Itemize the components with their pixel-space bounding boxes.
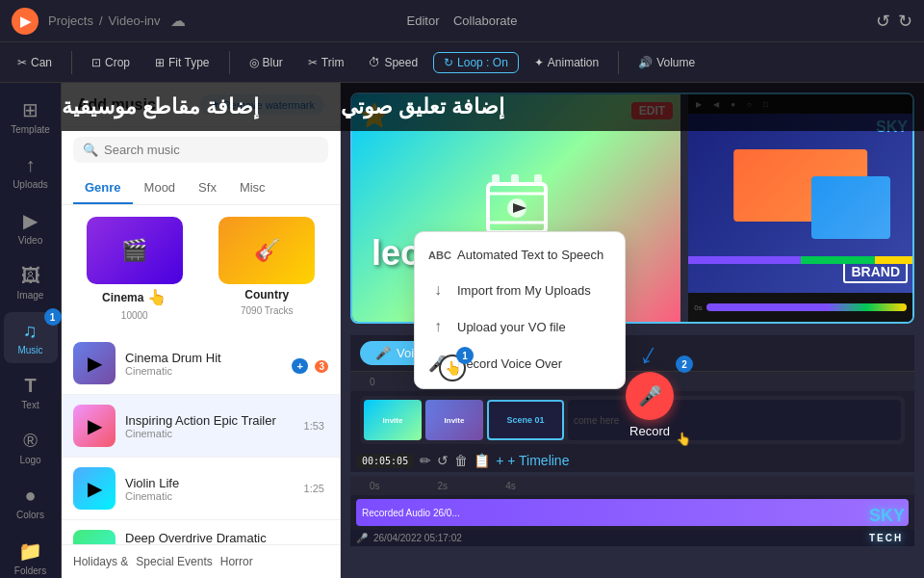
track-item-4[interactable]: ▶ Deep Overdrive Dramatic Trailer Hit...… bbox=[62, 520, 340, 544]
add-timeline-button[interactable]: + + Timeline bbox=[496, 453, 569, 468]
edit-timestamp-btn[interactable]: ✏ bbox=[420, 453, 431, 468]
tab-mood[interactable]: Mood bbox=[133, 172, 188, 204]
bottom-tags: Holidays & Special Events Horror bbox=[62, 544, 340, 578]
timestamp-bar: 00:05:05 ✏ ↺ 🗑 📋 + + Timeline bbox=[350, 449, 914, 472]
blur-icon: ◎ bbox=[249, 56, 259, 69]
crop-button[interactable]: ⊡ Crop bbox=[82, 52, 140, 73]
left-sidebar: ⊞ Template ↑ Uploads ▶ Video 🖼 Image ♫ M… bbox=[0, 83, 62, 578]
volume-button[interactable]: 🔊 Volume bbox=[629, 52, 705, 73]
ruler2-0: 0s bbox=[370, 481, 380, 491]
strip-green bbox=[801, 256, 876, 264]
sidebar-item-uploads[interactable]: ↑ Uploads bbox=[4, 146, 58, 197]
step-badge-1: 1 bbox=[44, 308, 62, 326]
track-info-3: Violin Life Cinematic bbox=[125, 476, 295, 502]
vo-menu-tts[interactable]: ABC Automated Text to Speech bbox=[415, 238, 625, 272]
track-item-1[interactable]: ▶ Cinema Drum Hit Cinematic + 3 bbox=[62, 332, 340, 395]
genre-count-cinema: 10000 bbox=[121, 310, 148, 321]
text-icon: T bbox=[24, 375, 36, 397]
date-label: 26/04/2022 05:17:02 bbox=[373, 533, 462, 543]
speed-icon: ⏱ bbox=[369, 56, 380, 69]
animation-button[interactable]: ✦ Animation bbox=[525, 52, 608, 73]
genre-grid: 🎬 Cinema 👆 10000 🎸 Country 7090 Tracks bbox=[62, 205, 340, 332]
vo-menu-import[interactable]: ↓ Import from My Uploads bbox=[415, 272, 625, 308]
genre-card-country[interactable]: 🎸 Country 7090 Tracks bbox=[206, 217, 329, 321]
image-icon: 🖼 bbox=[21, 265, 40, 287]
sidebar-label-template: Template bbox=[11, 124, 50, 135]
sidebar-item-text[interactable]: T Text bbox=[4, 367, 58, 418]
delete-timeline-btn[interactable]: 🗑 bbox=[454, 453, 468, 468]
tab-misc[interactable]: Misc bbox=[228, 172, 277, 204]
colors-icon: ● bbox=[24, 485, 36, 507]
step-3-badge: 3 bbox=[315, 360, 328, 373]
record-button[interactable]: 🎤 bbox=[626, 372, 674, 420]
track-info-4: Deep Overdrive Dramatic Trailer Hit... C… bbox=[125, 531, 295, 544]
genre-name-cinema: Cinema bbox=[102, 291, 143, 304]
sidebar-label-video: Video bbox=[18, 235, 42, 246]
track-thumb-2: ▶ bbox=[73, 405, 116, 447]
undo-button[interactable]: ↺ bbox=[876, 11, 890, 32]
folders-icon: 📁 bbox=[18, 539, 42, 563]
tag-horror[interactable]: Horror bbox=[220, 555, 253, 568]
ruler-mark-0: 0 bbox=[370, 377, 375, 387]
sidebar-item-image[interactable]: 🖼 Image bbox=[4, 257, 58, 308]
step-2-badge: 2 bbox=[676, 355, 693, 373]
loop-button[interactable]: ↻ Loop : On bbox=[433, 52, 519, 73]
track-thumb-3: ▶ bbox=[73, 467, 116, 510]
strip-purple bbox=[688, 256, 800, 264]
search-input[interactable] bbox=[104, 143, 319, 157]
blur-button[interactable]: ◎ Blur bbox=[240, 52, 293, 73]
trim-icon: ✂ bbox=[308, 56, 318, 69]
track-item-2[interactable]: ▶ Inspiring Action Epic Trailer Cinemati… bbox=[62, 395, 340, 458]
sidebar-item-template[interactable]: ⊞ Template bbox=[4, 91, 58, 143]
sidebar-item-colors[interactable]: ● Colors bbox=[4, 477, 58, 528]
sidebar-label-uploads: Uploads bbox=[13, 179, 48, 190]
scene-clip-2: Invite bbox=[425, 400, 483, 440]
tag-special[interactable]: Special Events bbox=[136, 555, 212, 568]
nav-file[interactable]: Video-inv bbox=[109, 13, 161, 28]
template-icon: ⊞ bbox=[22, 98, 38, 121]
redo-button[interactable]: ↻ bbox=[898, 11, 912, 32]
genre-card-cinema[interactable]: 🎬 Cinema 👆 10000 bbox=[73, 217, 196, 321]
trim-button[interactable]: ✂ Trim bbox=[298, 52, 354, 73]
sidebar-item-music[interactable]: ♫ Music 1 bbox=[4, 312, 58, 363]
track-sub-3: Cinematic bbox=[125, 490, 295, 502]
track-name-2: Inspiring Action Epic Trailer bbox=[125, 413, 295, 428]
genre-tabs: Genre Mood Sfx Misc bbox=[62, 172, 340, 205]
sidebar-item-logo[interactable]: ® Logo bbox=[4, 422, 58, 473]
can-crop-button[interactable]: ✂ Can bbox=[8, 52, 62, 73]
cursor-step1-area: 👆 1 bbox=[439, 355, 466, 381]
search-icon: 🔍 bbox=[83, 143, 98, 157]
audio-track-row: Recorded Audio 26/0... bbox=[350, 495, 914, 530]
track-item-3[interactable]: ▶ Violin Life Cinematic 1:25 bbox=[62, 458, 340, 520]
track-add-button-1[interactable]: + 3 bbox=[292, 353, 328, 375]
fit-type-button[interactable]: ⊞ Fit Type bbox=[145, 52, 218, 73]
cursor-hand-1: 👆 bbox=[147, 288, 167, 306]
tag-holidays[interactable]: Holidays & bbox=[73, 555, 128, 568]
vo-menu-upload[interactable]: ↑ Upload your VO file bbox=[415, 308, 625, 345]
track-sub-2: Cinematic bbox=[125, 428, 295, 439]
sidebar-item-video[interactable]: ▶ Video bbox=[4, 201, 58, 253]
loop-icon: ↻ bbox=[444, 56, 453, 69]
volume-icon: 🔊 bbox=[638, 56, 653, 69]
upload-icon: ↑ bbox=[428, 318, 448, 335]
speed-button[interactable]: ⏱ Speed bbox=[359, 52, 427, 73]
music-panel: Add music ★ Remove watermark 🔍 Genre Moo… bbox=[62, 83, 341, 578]
mic-icon-small: 🎤 bbox=[356, 533, 368, 543]
toolbar: ✂ Can ⊡ Crop ⊞ Fit Type ◎ Blur ✂ Trim ⏱ … bbox=[0, 42, 924, 83]
fit-type-icon: ⊞ bbox=[155, 56, 165, 69]
sidebar-item-folders[interactable]: 📁 Folders bbox=[4, 532, 58, 578]
tab-genre[interactable]: Genre bbox=[73, 172, 133, 204]
import-icon: ↓ bbox=[428, 281, 448, 299]
scene-empty: come here bbox=[568, 400, 901, 440]
video-icon: ▶ bbox=[23, 209, 38, 232]
undo-timeline-btn[interactable]: ↺ bbox=[437, 453, 449, 468]
audio-waveform-track: Recorded Audio 26/0... bbox=[356, 499, 909, 526]
arabic-banner-voice: إضافة تعليق صوتي bbox=[341, 83, 924, 131]
svg-rect-7 bbox=[511, 174, 519, 186]
copy-timeline-btn[interactable]: 📋 bbox=[474, 453, 490, 468]
timeline-ruler-2: 0s 2s 4s bbox=[350, 476, 914, 495]
sky-tech-logo: SKYTECH bbox=[869, 506, 905, 546]
animation-icon: ✦ bbox=[534, 56, 544, 69]
tab-sfx[interactable]: Sfx bbox=[187, 172, 228, 204]
nav-projects[interactable]: Projects bbox=[48, 13, 93, 28]
